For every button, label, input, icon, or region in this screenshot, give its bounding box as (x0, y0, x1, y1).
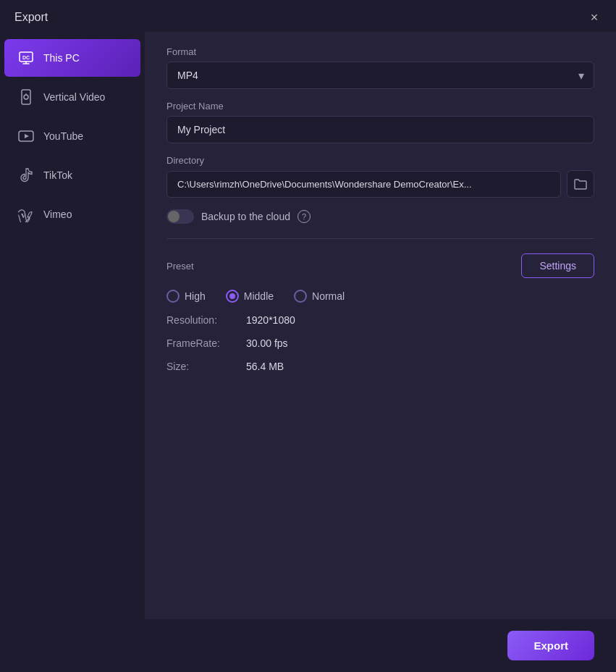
preset-normal-option[interactable]: Normal (294, 290, 345, 303)
help-icon[interactable]: ? (298, 210, 311, 223)
format-select[interactable]: MP4 MOV AVI MKV GIF (166, 62, 594, 89)
bottom-bar: Export (0, 619, 616, 672)
sidebar: DC This PC Vertical Video (0, 32, 145, 619)
size-row: Size: 56.4 MB (166, 361, 594, 372)
project-name-field: Project Name (166, 101, 594, 143)
preset-high-option[interactable]: High (166, 290, 206, 303)
resolution-row: Resolution: 1920*1080 (166, 314, 594, 326)
backup-row: Backup to the cloud ? (166, 209, 594, 224)
preset-normal-radio[interactable] (294, 290, 307, 303)
sidebar-item-label: Vertical Video (43, 91, 105, 103)
export-button[interactable]: Export (507, 631, 594, 660)
preset-high-radio[interactable] (166, 290, 180, 303)
format-field: Format MP4 MOV AVI MKV GIF ▾ (166, 46, 594, 89)
vertical-video-icon (17, 88, 35, 106)
svg-text:DC: DC (22, 55, 30, 60)
radio-selected-indicator (229, 293, 235, 299)
svg-marker-6 (25, 134, 29, 138)
format-label: Format (166, 46, 594, 57)
sidebar-item-label: This PC (43, 52, 80, 64)
framerate-value: 30.00 fps (246, 337, 288, 349)
backup-toggle[interactable] (166, 209, 194, 224)
window-title: Export (14, 11, 48, 24)
vimeo-icon: v (17, 206, 35, 223)
svg-text:v: v (21, 209, 26, 220)
project-name-input[interactable] (166, 116, 594, 143)
preset-label: Preset (166, 261, 194, 272)
preset-normal-label: Normal (312, 290, 345, 302)
project-name-label: Project Name (166, 101, 594, 112)
size-value: 56.4 MB (246, 361, 284, 372)
framerate-row: FrameRate: 30.00 fps (166, 337, 594, 349)
format-select-wrapper: MP4 MOV AVI MKV GIF ▾ (166, 62, 594, 89)
youtube-icon (17, 127, 35, 145)
sidebar-item-vimeo[interactable]: v Vimeo (4, 196, 140, 233)
size-key: Size: (166, 361, 246, 372)
preset-middle-radio[interactable] (226, 290, 239, 303)
browse-folder-button[interactable] (567, 170, 594, 198)
sidebar-item-tiktok[interactable]: TikTok (4, 156, 140, 194)
divider (166, 238, 594, 239)
toggle-knob (168, 211, 180, 222)
svg-point-3 (24, 95, 28, 99)
resolution-key: Resolution: (166, 314, 246, 326)
framerate-key: FrameRate: (166, 337, 246, 349)
svg-rect-2 (22, 90, 30, 104)
sidebar-item-this-pc[interactable]: DC This PC (4, 39, 140, 77)
tiktok-icon (17, 167, 35, 184)
settings-button[interactable]: Settings (521, 253, 594, 278)
resolution-value: 1920*1080 (246, 314, 295, 326)
sidebar-item-label: TikTok (43, 169, 72, 181)
sidebar-item-label: Vimeo (43, 209, 72, 220)
directory-input[interactable] (166, 171, 561, 198)
directory-label: Directory (166, 155, 594, 166)
preset-middle-option[interactable]: Middle (226, 290, 274, 303)
right-panel: Format MP4 MOV AVI MKV GIF ▾ Project Nam… (145, 32, 616, 619)
preset-high-label: High (185, 290, 206, 302)
directory-field: Directory (166, 155, 594, 198)
close-button[interactable]: × (587, 10, 602, 25)
sidebar-item-label: YouTube (43, 130, 83, 142)
sidebar-item-vertical-video[interactable]: Vertical Video (4, 78, 140, 116)
title-bar: Export × (0, 0, 616, 32)
preset-middle-label: Middle (244, 290, 274, 302)
computer-icon: DC (17, 49, 35, 67)
preset-radio-group: High Middle Normal (166, 290, 594, 303)
preset-row: Preset Settings (166, 253, 594, 278)
sidebar-item-youtube[interactable]: YouTube (4, 117, 140, 155)
directory-row (166, 170, 594, 198)
main-content: DC This PC Vertical Video (0, 32, 616, 619)
backup-label: Backup to the cloud (201, 211, 290, 222)
